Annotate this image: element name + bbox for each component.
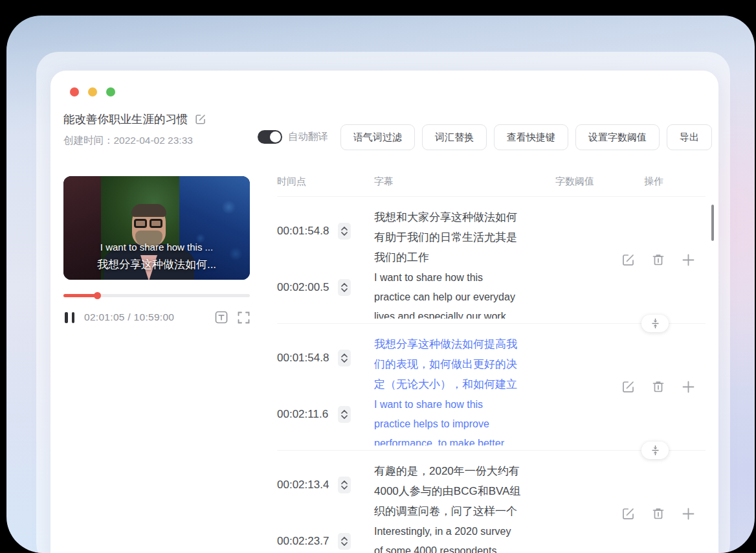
- time-display: 02:01:05 / 10:59:00: [84, 311, 174, 323]
- export-button[interactable]: 导出: [667, 124, 712, 150]
- window-controls: [70, 87, 115, 96]
- minimize-window-button[interactable]: [88, 87, 97, 96]
- app-window: 能改善你职业生涯的习惯 创建时间：2022-04-02 23:33 自动翻译 语…: [50, 71, 718, 553]
- set-word-threshold-button[interactable]: 设置字数阈值: [575, 124, 660, 150]
- add-subtitle-icon[interactable]: [681, 253, 696, 267]
- merge-icon: [650, 318, 660, 329]
- subtitle-text-zh[interactable]: 我想和大家分享这种做法如何 有助于我们的日常生活尤其是 我们的工作: [374, 207, 559, 263]
- subtitle-row: 00:01:54.8 我想分享这种做法如何提高我 们的表现，如何做出更好的决 定…: [277, 324, 706, 451]
- page-title: 能改善你职业生涯的习惯: [63, 111, 188, 127]
- zh-timestamp[interactable]: 00:02:13.4: [277, 479, 331, 491]
- time-stepper[interactable]: [338, 350, 351, 367]
- time-stepper[interactable]: [338, 279, 351, 296]
- add-subtitle-icon[interactable]: [681, 506, 696, 521]
- seek-fill: [63, 294, 97, 297]
- close-window-button[interactable]: [70, 87, 79, 96]
- time-stepper[interactable]: [338, 406, 351, 423]
- auto-translate-toggle[interactable]: [258, 130, 282, 144]
- time-stepper[interactable]: [338, 223, 351, 240]
- subtitle-row: 00:02:13.4 有趣的是，2020年一份大约有 4000人参与的由BCG和…: [277, 451, 706, 553]
- add-subtitle-icon[interactable]: [681, 379, 696, 394]
- toggle-knob: [270, 131, 281, 142]
- edit-subtitle-icon[interactable]: [621, 506, 636, 521]
- subtitle-text-zh[interactable]: 有趣的是，2020年一份大约有 4000人参与的由BCG和BVA组 织的调查问卷…: [374, 461, 559, 517]
- merge-subtitles-button[interactable]: [641, 442, 669, 459]
- video-subtitle-zh: 我想分享这种做法如何...: [63, 257, 250, 272]
- col-header-threshold: 字数阈值: [555, 175, 594, 188]
- created-time-label: 创建时间：2022-04-02 23:33: [63, 134, 193, 148]
- en-timestamp[interactable]: 00:02:23.7: [277, 535, 331, 548]
- edit-subtitle-icon[interactable]: [621, 253, 636, 267]
- delete-subtitle-icon[interactable]: [651, 379, 665, 394]
- col-header-time: 时间点: [277, 175, 306, 188]
- subtitle-text-zh[interactable]: 我想分享这种做法如何提高我 们的表现，如何做出更好的决 定（无论大小），和如何建…: [374, 334, 559, 390]
- background-gradient: 能改善你职业生涯的习惯 创建时间：2022-04-02 23:33 自动翻译 语…: [6, 16, 755, 553]
- zh-timestamp[interactable]: 00:01:54.8: [277, 225, 331, 238]
- subtitle-text-en[interactable]: I want to share how this practice helps …: [374, 395, 559, 446]
- col-header-actions: 操作: [644, 175, 663, 188]
- seek-handle[interactable]: [94, 292, 101, 299]
- toolbar: 语气词过滤 词汇替换 查看快捷键 设置字数阈值 导出: [340, 124, 712, 150]
- merge-subtitles-button[interactable]: [641, 315, 669, 332]
- subtitle-row: 00:01:54.8 我想和大家分享这种做法如何 有助于我们的日常生活尤其是 我…: [277, 197, 706, 324]
- view-shortcuts-button[interactable]: 查看快捷键: [494, 124, 568, 150]
- player-controls: 02:01:05 / 10:59:00: [65, 309, 250, 326]
- subtitle-text-en[interactable]: I want to share how this practice can he…: [374, 268, 559, 319]
- pause-button[interactable]: [65, 312, 74, 323]
- edit-subtitle-icon[interactable]: [621, 379, 636, 394]
- row-actions: [621, 253, 696, 267]
- filler-word-filter-button[interactable]: 语气词过滤: [340, 124, 415, 150]
- auto-translate-group: 自动翻译: [258, 130, 328, 144]
- project-title-row: 能改善你职业生涯的习惯: [63, 111, 206, 127]
- word-replace-button[interactable]: 词汇替换: [422, 124, 487, 150]
- en-timestamp[interactable]: 00:02:00.5: [277, 281, 331, 294]
- subtitle-toggle-icon[interactable]: [215, 311, 228, 324]
- video-subtitle-en: I want to share how this ...: [63, 242, 250, 253]
- video-thumbnail[interactable]: I want to share how this ... 我想分享这种做法如何.…: [63, 176, 250, 280]
- delete-subtitle-icon[interactable]: [651, 253, 665, 267]
- zoom-window-button[interactable]: [106, 87, 115, 96]
- time-stepper[interactable]: [338, 533, 351, 550]
- edit-title-icon[interactable]: [195, 113, 206, 125]
- merge-icon: [650, 445, 660, 456]
- fullscreen-icon[interactable]: [238, 311, 250, 324]
- row-actions: [621, 506, 696, 521]
- subtitle-table: 00:01:54.8 我想和大家分享这种做法如何 有助于我们的日常生活尤其是 我…: [277, 197, 706, 553]
- seek-bar[interactable]: [63, 292, 250, 300]
- time-stepper[interactable]: [338, 477, 351, 493]
- row-actions: [621, 379, 696, 394]
- en-timestamp[interactable]: 00:02:11.6: [277, 408, 331, 421]
- col-header-subtitle: 字幕: [374, 175, 394, 188]
- table-scrollbar[interactable]: [711, 205, 714, 241]
- zh-timestamp[interactable]: 00:01:54.8: [277, 352, 331, 365]
- delete-subtitle-icon[interactable]: [651, 506, 665, 521]
- auto-translate-label: 自动翻译: [288, 130, 328, 144]
- subtitle-text-en[interactable]: Interestingly, in a 2020 survey of some …: [374, 522, 559, 553]
